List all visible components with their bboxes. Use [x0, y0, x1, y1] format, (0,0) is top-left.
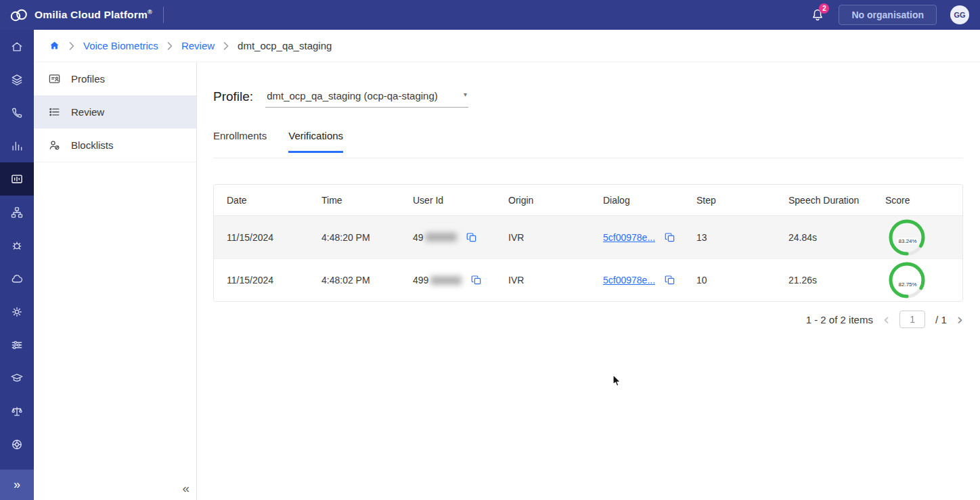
- dialog-link[interactable]: 5cf00978e...: [603, 275, 655, 286]
- rail-analytics-icon[interactable]: [0, 129, 34, 162]
- chevron-right-icon: [223, 42, 229, 50]
- cell-dialog: 5cf00978e...: [590, 231, 684, 244]
- score-value: 82.75%: [897, 281, 918, 287]
- cell-speech-duration: 24.84s: [776, 232, 872, 243]
- rail-legal-scale-icon[interactable]: [0, 394, 34, 428]
- main-content: Profile: dmt_ocp_qa_staging (ocp-qa-stag…: [197, 62, 980, 500]
- copy-icon: [466, 231, 478, 244]
- pagination-range-summary: 1 - 2 of 2 items: [806, 314, 873, 325]
- profile-card-icon: [48, 72, 61, 85]
- profile-select-dropdown[interactable]: dmt_ocp_qa_staging (ocp-qa-staging) ▾: [265, 90, 468, 108]
- tabs-divider: [213, 158, 963, 158]
- section-sidebar: Profiles Review Blocklists «: [34, 62, 197, 500]
- tab-verifications[interactable]: Verifications: [288, 130, 343, 153]
- rail-layers-icon[interactable]: [0, 63, 34, 96]
- copy-icon: [664, 274, 676, 286]
- rail-support-icon[interactable]: [0, 428, 34, 461]
- table-row: 11/15/2024 4:48:02 PM 499 IVR: [214, 258, 962, 301]
- sidebar-item-profiles[interactable]: Profiles: [34, 62, 196, 95]
- tab-bar: Enrollments Verifications: [213, 130, 963, 153]
- column-header-user-id: User Id: [400, 195, 495, 206]
- pagination-page-input[interactable]: [899, 311, 925, 328]
- table-row: 11/15/2024 4:48:20 PM 49 IVR: [214, 216, 962, 258]
- profile-selector-row: Profile: dmt_ocp_qa_staging (ocp-qa-stag…: [213, 89, 963, 108]
- cell-speech-duration: 21.26s: [776, 275, 872, 286]
- copy-icon: [664, 231, 676, 244]
- column-header-date: Date: [214, 195, 309, 206]
- review-list-icon: [48, 106, 61, 118]
- copy-user-id-button[interactable]: [466, 231, 478, 244]
- rail-academy-icon[interactable]: [0, 361, 34, 394]
- user-id-redacted-blur: [430, 276, 462, 285]
- pagination: 1 - 2 of 2 items ‹ / 1 ›: [213, 311, 963, 328]
- column-header-dialog: Dialog: [590, 195, 684, 206]
- cell-time: 4:48:02 PM: [309, 275, 400, 286]
- dialog-link[interactable]: 5cf00978e...: [603, 232, 655, 243]
- cell-time: 4:48:20 PM: [309, 232, 400, 243]
- column-header-origin: Origin: [495, 195, 590, 206]
- rail-settings-sliders-icon[interactable]: [0, 328, 34, 361]
- breadcrumb-link-voice-biometrics[interactable]: Voice Biometrics: [83, 40, 158, 51]
- profile-select-value: dmt_ocp_qa_staging (ocp-qa-staging): [267, 90, 438, 101]
- organisation-button[interactable]: No organisation: [839, 5, 937, 25]
- user-avatar[interactable]: GG: [950, 5, 969, 24]
- cell-user-id: 499: [400, 274, 495, 286]
- column-header-time: Time: [309, 195, 400, 206]
- brand-title: Omilia Cloud Platform®: [35, 9, 152, 21]
- pagination-total-pages: / 1: [935, 314, 947, 325]
- column-header-score: Score: [872, 195, 962, 206]
- topbar-actions: 2 No organisation GG: [810, 5, 969, 25]
- user-id-redacted-blur: [426, 233, 457, 242]
- cell-step: 10: [684, 275, 776, 286]
- topbar-divider: [163, 7, 164, 23]
- profile-label: Profile:: [213, 89, 253, 108]
- copy-dialog-button[interactable]: [664, 231, 676, 244]
- sidebar-item-blocklists[interactable]: Blocklists: [34, 129, 196, 162]
- breadcrumb-home-link[interactable]: [49, 40, 60, 51]
- chevron-right-icon: [69, 42, 74, 50]
- cell-origin: IVR: [495, 275, 590, 286]
- rail-home-icon[interactable]: [0, 30, 34, 63]
- rail-phone-icon[interactable]: [0, 96, 34, 129]
- rail-bug-icon[interactable]: [0, 229, 34, 262]
- score-gauge: 83.24%: [888, 219, 926, 256]
- pagination-next-button[interactable]: ›: [957, 312, 963, 327]
- sidebar-collapse-button[interactable]: «: [182, 481, 190, 496]
- rail-expand-button[interactable]: »: [0, 470, 34, 500]
- rail-automation-gear-icon[interactable]: [0, 295, 34, 328]
- breadcrumb-current: dmt_ocp_qa_staging: [238, 40, 332, 51]
- sidebar-item-label: Review: [71, 106, 104, 118]
- cell-origin: IVR: [495, 232, 590, 243]
- chevron-right-icon: [167, 42, 173, 50]
- copy-user-id-button[interactable]: [470, 274, 483, 286]
- sidebar-item-review[interactable]: Review: [34, 95, 196, 129]
- rail-cloud-icon[interactable]: [0, 262, 34, 295]
- app-icon-rail: »: [0, 30, 34, 500]
- page: Omilia Cloud Platform® 2 No organisation…: [0, 0, 980, 500]
- sidebar-item-label: Profiles: [71, 73, 105, 85]
- score-gauge: 82.75%: [888, 261, 926, 299]
- notification-badge: 2: [819, 3, 829, 14]
- table-header-row: Date Time User Id Origin Dialog Step Spe…: [214, 185, 962, 216]
- score-value: 83.24%: [897, 238, 918, 244]
- notifications-button[interactable]: 2: [810, 7, 825, 23]
- cell-dialog: 5cf00978e...: [590, 274, 684, 286]
- brand: Omilia Cloud Platform®: [9, 0, 164, 30]
- cell-score: 82.75%: [872, 261, 962, 299]
- cell-score: 83.24%: [872, 219, 962, 256]
- tab-enrollments[interactable]: Enrollments: [213, 130, 267, 153]
- rail-voice-biometrics-icon[interactable]: [0, 162, 34, 196]
- sidebar-item-label: Blocklists: [71, 139, 114, 151]
- cell-step: 13: [684, 232, 776, 243]
- omilia-cloud-logo-icon: [9, 7, 28, 22]
- top-bar: Omilia Cloud Platform® 2 No organisation…: [0, 0, 980, 30]
- breadcrumb-link-review[interactable]: Review: [181, 40, 215, 51]
- copy-icon: [470, 274, 483, 286]
- rail-sitemap-icon[interactable]: [0, 196, 34, 229]
- blocklist-person-icon: [48, 139, 61, 152]
- pagination-prev-button[interactable]: ‹: [883, 312, 889, 327]
- cell-user-id: 49: [400, 231, 495, 244]
- registered-mark: ®: [148, 9, 152, 16]
- chevron-down-icon: ▾: [464, 91, 467, 98]
- copy-dialog-button[interactable]: [664, 274, 676, 286]
